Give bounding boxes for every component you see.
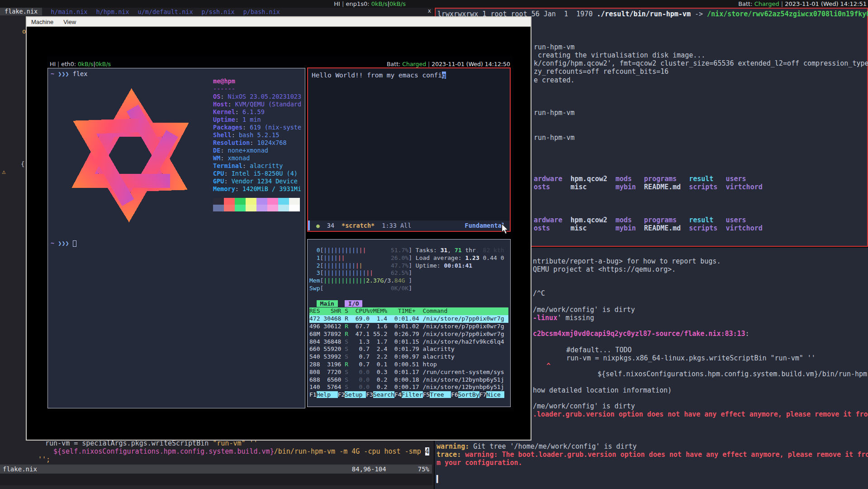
modeline-buffer-name: *scratch* — [342, 222, 375, 229]
neofetch-line: WM: xmonad — [213, 154, 301, 162]
palette-swatch — [246, 198, 256, 205]
code-line: ${self.nixosConfigurations.hpm.config.sy… — [53, 447, 429, 455]
terminal-line: 660 55920 S 0.7 2.4 0:01.79 alacritty — [309, 345, 508, 353]
terminal-line: ▍ — [435, 475, 868, 484]
terminal-line — [435, 467, 868, 475]
terminal-line: 496 30612 R 67.7 1.6 0:01.02 /nix/store/… — [309, 323, 508, 331]
terminal-line: 2[||||||||||| 47.7%] Uptime: 00:01:41 — [309, 262, 508, 270]
code-line: ''; — [38, 455, 50, 464]
neofetch-info: me@hpm------OS: NixOS 23.05.20231023Host… — [213, 77, 301, 193]
palette-swatch — [224, 205, 235, 211]
modeline-position: 1:33 All — [382, 222, 411, 229]
menu-machine[interactable]: Machine — [31, 19, 53, 25]
palette-row — [213, 198, 300, 205]
mouse-pointer-icon — [501, 224, 509, 235]
vm-alacritty-neofetch-window[interactable]: ~ ❯❯❯ flex me@hpm------OS: Nix — [47, 68, 305, 408]
terminal-line: m your configuration. — [435, 459, 868, 467]
xmobar-status-bar: HI | enp1s0: 0kB/s|0kB/s Batt: Charged |… — [0, 0, 868, 8]
neofetch-line: GPU: Vendor 1234 Device — [213, 177, 301, 185]
tab-p-bash-nix[interactable]: p/bash.nix — [243, 8, 280, 15]
palette-swatch — [256, 198, 267, 205]
menu-view[interactable]: View — [63, 19, 76, 25]
vim-tabline: flake.nix h/main.nixh/hpm.nixu/m/default… — [0, 8, 434, 15]
neofetch-line: Packages: 619 (nix-syste — [213, 124, 301, 131]
neofetch-line: Memory: 1420MiB / 3931Mi — [213, 185, 301, 193]
terminal-line: F1Help F2Setup F3SearchF4FilterF5Tree F6… — [309, 391, 508, 399]
palette-swatch — [278, 198, 289, 205]
neofetch-line: Resolution: 1024x768 — [213, 139, 301, 147]
terminal-line: Swp[ 0K/0K] — [309, 285, 508, 292]
tab-u-m-default-nix[interactable]: u/m/default.nix — [138, 8, 193, 15]
modeline-status-dot-icon: ● — [316, 222, 320, 229]
palette-swatch — [267, 198, 278, 205]
vm-topbar-left: HI | eth0: 0kB/s|0kB/s — [50, 61, 111, 67]
hollow-block-cursor — [73, 240, 76, 247]
vm-htop-window[interactable]: 0[|||||||||||| 51.7%] Tasks: 31, 71 thr,… — [307, 239, 511, 407]
terminal-line: trace: warning: The boot.loader.grub.ver… — [435, 451, 868, 459]
statusline-scroll-percent: 75% — [418, 465, 429, 474]
vim-commandline[interactable] — [0, 474, 432, 485]
neofetch-line: Terminal: alacritty — [213, 162, 301, 170]
qemu-vm-window[interactable]: Machine View HI | eth0: 0kB/s|0kB/s Batt… — [26, 16, 531, 441]
terminal-line: RES SHR S CPU%▽MEM% TIME+ Command — [309, 307, 508, 315]
neofetch-line: ------ — [213, 85, 301, 93]
vim-statusline: flake.nix 84,96-104 75% — [0, 465, 432, 474]
shell-prompt-empty[interactable]: ~ ❯❯❯ — [51, 240, 76, 247]
neofetch-line: me@hpm — [213, 77, 301, 85]
vm-topbar-right: Batt: Charged | 2023-11-01 (Wed) 14:12:5… — [387, 61, 510, 67]
terminal-line: Main I/O — [309, 300, 508, 308]
statusline-cursor-position: 84,96-104 — [352, 465, 386, 474]
editor-fragment: ⚠ — [2, 168, 5, 175]
topbar-left: HI | enp1s0: 0kB/s|0kB/s — [334, 0, 406, 8]
palette-swatch — [213, 205, 224, 211]
terminal-line: 540 53992 S 0.7 2.2 0:00.97 alacritty — [309, 353, 508, 361]
tab-h-hpm-nix[interactable]: h/hpm.nix — [96, 8, 129, 15]
shell-prompt-flex: ~ ❯❯❯ flex — [51, 70, 87, 77]
palette-swatch — [256, 205, 267, 211]
tab-flake-nix[interactable]: flake.nix — [0, 8, 42, 15]
modeline-accent-bar — [308, 221, 310, 230]
emacs-buffer-text[interactable]: Hello World!! from my emacs config — [308, 68, 510, 80]
neofetch-line: Kernel: 6.1.59 — [213, 108, 301, 116]
emacs-modeline: ● 34 *scratch* 1:33 All Fundamental — [308, 221, 510, 230]
nixos-logo — [51, 79, 210, 231]
terminal-line — [309, 292, 508, 300]
terminal-line: 3[|||||||||||||| 62.5%] — [309, 269, 508, 277]
editor-fragment: { — [21, 160, 24, 168]
palette-swatch — [289, 198, 300, 205]
vm-display[interactable]: HI | eth0: 0kB/s|0kB/s Batt: Charged | 2… — [47, 56, 513, 411]
terminal-line: 68M 37892 R 47.1 55.2 0:26.79 /nix/store… — [309, 331, 508, 338]
topbar-right: Batt: Charged | 2023-11-01 (Wed) 14:12:5… — [738, 0, 867, 8]
palette-swatch — [278, 205, 289, 211]
terminal-line: 140 5764 S 0.0 0.2 0:00.17 /nix/store/12… — [309, 384, 508, 391]
terminal-line: Mem[||||||||||||2.37G/3.84G ] — [309, 277, 508, 285]
tab-p-ssh-nix[interactable]: p/ssh.nix — [202, 8, 235, 15]
bottom-edge-band — [0, 485, 434, 489]
palette-swatch — [289, 205, 300, 211]
neofetch-line: Host: KVM/QEMU (Standard — [213, 101, 301, 108]
terminal-line: Hello World!! from my emacs config — [310, 71, 510, 80]
palette-swatch — [267, 205, 278, 211]
palette-swatch — [235, 205, 246, 211]
terminal-line: 472 30468 R 69.0 1.4 0:01.04 /nix/store/… — [309, 315, 508, 323]
terminal-line: 808 7720 S 0.0 0.3 0:01.17 /run/current-… — [309, 369, 508, 376]
terminal-line: 688 6560 S 0.0 0.2 0:00.18 /nix/store/12… — [309, 376, 508, 384]
tab-list: h/main.nixh/hpm.nixu/m/default.nixp/ssh.… — [42, 8, 280, 15]
terminal-line: warning: Git tree '/home/me/work/config'… — [435, 443, 868, 451]
modeline-buffer-size: 34 — [327, 222, 334, 229]
tab-close-indicator[interactable]: x — [428, 8, 431, 14]
neofetch-line: Uptime: 1 min — [213, 116, 301, 124]
vm-emacs-window[interactable]: Hello World!! from my emacs config ● 34 … — [307, 67, 511, 232]
palette-swatch — [235, 198, 246, 205]
palette-swatch — [224, 198, 235, 205]
qemu-menubar: Machine View — [27, 17, 531, 27]
terminal-color-palette — [213, 198, 300, 211]
neofetch-line: DE: none+xmonad — [213, 147, 301, 154]
terminal-line: 288 3196 R 0.7 0.1 0:00.51 htop — [309, 361, 508, 369]
neofetch-line: Shell: bash 5.2.15 — [213, 131, 301, 139]
terminal-line: 804 36848 S 1.3 1.7 0:01.15 /nix/store/h… — [309, 338, 508, 346]
terminal-line: 1[|||||| 26.0%] Load average: 1.23 0.44 … — [309, 254, 508, 262]
vm-xmobar-status-bar: HI | eth0: 0kB/s|0kB/s Batt: Charged | 2… — [47, 60, 513, 68]
modeline-major-mode: Fundamental — [465, 222, 505, 229]
tab-h-main-nix[interactable]: h/main.nix — [51, 8, 87, 15]
